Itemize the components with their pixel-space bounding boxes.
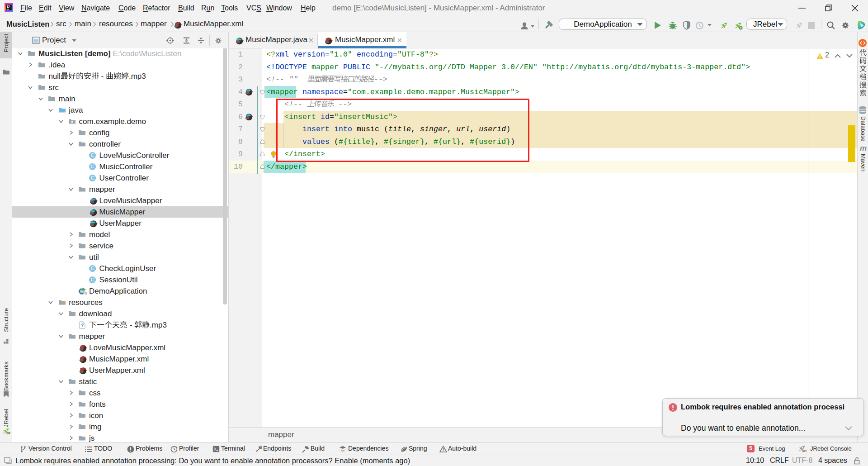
svg-text:C: C — [91, 175, 94, 181]
svg-text:C: C — [91, 277, 94, 282]
svg-text:C: C — [91, 152, 94, 158]
svg-text:JR: JR — [802, 449, 807, 452]
svg-text:?: ? — [81, 323, 84, 328]
svg-text:JR: JR — [6, 432, 10, 435]
svg-text:C: C — [91, 164, 94, 169]
svg-text:C: C — [91, 266, 94, 271]
